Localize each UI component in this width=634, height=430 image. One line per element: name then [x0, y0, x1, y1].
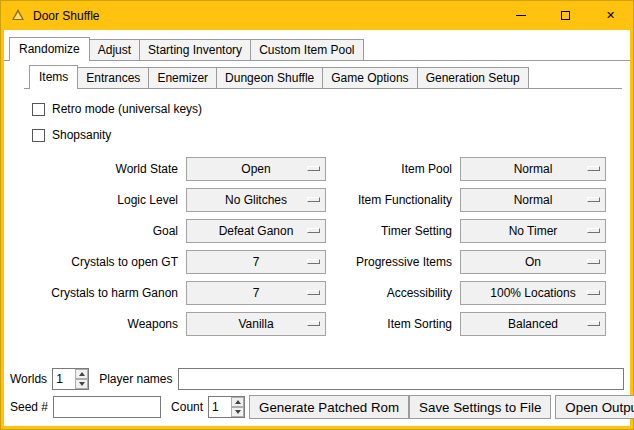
progressive-items-label: Progressive Items: [332, 255, 454, 269]
dropdown-indicator-icon: [307, 259, 320, 264]
seed-label: Seed #: [10, 400, 48, 414]
count-input[interactable]: [209, 397, 231, 417]
maximize-button[interactable]: [543, 1, 588, 30]
crystals-ganon-label: Crystals to harm Ganon: [32, 286, 180, 300]
worlds-spin-up-button[interactable]: [75, 369, 88, 379]
settings-grid: World State Open Item Pool Normal Logic …: [32, 157, 622, 336]
save-settings-button[interactable]: Save Settings to File: [409, 395, 551, 419]
crystals-ganon-value: 7: [253, 286, 260, 300]
minimize-icon: [516, 15, 526, 16]
item-functionality-value: Normal: [514, 193, 553, 207]
worlds-label: Worlds: [10, 372, 47, 386]
dropdown-indicator-icon: [587, 290, 600, 295]
maximize-icon: [561, 11, 570, 20]
minimize-button[interactable]: [498, 1, 543, 30]
seed-input[interactable]: [53, 396, 161, 418]
count-spin-down-button[interactable]: [231, 407, 244, 417]
inner-tab-bar: Items Entrances Enemizer Dungeon Shuffle…: [24, 65, 622, 89]
dropdown-indicator-icon: [587, 259, 600, 264]
tab-custom-item-pool[interactable]: Custom Item Pool: [250, 39, 363, 60]
window-controls: ✕: [498, 1, 633, 30]
world-state-label: World State: [32, 162, 180, 176]
logic-level-label: Logic Level: [32, 193, 180, 207]
goal-label: Goal: [32, 224, 180, 238]
weapons-dropdown[interactable]: Vanilla: [186, 312, 326, 336]
count-label: Count: [171, 400, 203, 414]
accessibility-dropdown[interactable]: 100% Locations: [460, 281, 606, 305]
tab-items[interactable]: Items: [29, 65, 78, 89]
tab-dungeon-shuffle[interactable]: Dungeon Shuffle: [216, 67, 323, 88]
timer-setting-dropdown[interactable]: No Timer: [460, 219, 606, 243]
dropdown-indicator-icon: [307, 197, 320, 202]
window-content: Randomize Adjust Starting Inventory Cust…: [4, 30, 630, 426]
tab-entrances[interactable]: Entrances: [77, 67, 149, 88]
bottom-bar: Worlds Player names Seed # Count: [10, 367, 624, 419]
items-tab-pane: Retro mode (universal keys) Shopsanity W…: [24, 89, 622, 336]
logic-level-dropdown[interactable]: No Glitches: [186, 188, 326, 212]
crystals-ganon-dropdown[interactable]: 7: [186, 281, 326, 305]
timer-setting-label: Timer Setting: [332, 224, 454, 238]
spin-down-icon: [235, 410, 241, 414]
shopsanity-checkbox[interactable]: [32, 129, 45, 142]
item-functionality-label: Item Functionality: [332, 193, 454, 207]
item-sorting-dropdown[interactable]: Balanced: [460, 312, 606, 336]
dropdown-indicator-icon: [587, 197, 600, 202]
seed-row: Seed # Count Generate Patched Rom Save S…: [10, 395, 624, 419]
retro-mode-row: Retro mode (universal keys): [32, 101, 622, 117]
tab-enemizer[interactable]: Enemizer: [148, 67, 217, 88]
worlds-spinner: [52, 368, 89, 390]
dropdown-indicator-icon: [587, 228, 600, 233]
tab-game-options[interactable]: Game Options: [322, 67, 417, 88]
logic-level-value: No Glitches: [225, 193, 287, 207]
worlds-row: Worlds Player names: [10, 367, 624, 391]
shopsanity-row: Shopsanity: [32, 127, 622, 143]
item-pool-dropdown[interactable]: Normal: [460, 157, 606, 181]
world-state-dropdown[interactable]: Open: [186, 157, 326, 181]
randomize-notebook: Items Entrances Enemizer Dungeon Shuffle…: [24, 65, 622, 336]
spin-down-icon: [79, 382, 85, 386]
count-spinner: [208, 396, 245, 418]
goal-value: Defeat Ganon: [219, 224, 294, 238]
crystals-gt-label: Crystals to open GT: [32, 255, 180, 269]
accessibility-value: 100% Locations: [490, 286, 575, 300]
tab-adjust[interactable]: Adjust: [89, 39, 140, 60]
progressive-items-dropdown[interactable]: On: [460, 250, 606, 274]
tab-starting-inventory[interactable]: Starting Inventory: [139, 39, 251, 60]
retro-mode-checkbox[interactable]: [32, 103, 45, 116]
crystals-gt-value: 7: [253, 255, 260, 269]
player-names-input[interactable]: [178, 368, 625, 390]
tab-generation-setup[interactable]: Generation Setup: [417, 67, 529, 88]
close-icon: ✕: [606, 10, 615, 21]
close-button[interactable]: ✕: [588, 1, 633, 30]
timer-setting-value: No Timer: [509, 224, 558, 238]
tab-randomize[interactable]: Randomize: [9, 37, 90, 61]
item-sorting-value: Balanced: [508, 317, 558, 331]
player-names-label: Player names: [99, 372, 172, 386]
shopsanity-label: Shopsanity: [52, 128, 111, 142]
app-icon: [10, 8, 25, 23]
accessibility-label: Accessibility: [332, 286, 454, 300]
weapons-value: Vanilla: [238, 317, 273, 331]
count-spin-arrows: [231, 397, 244, 417]
spin-up-icon: [79, 372, 85, 376]
item-functionality-dropdown[interactable]: Normal: [460, 188, 606, 212]
dropdown-indicator-icon: [307, 228, 320, 233]
window-title: Door Shuffle: [33, 9, 100, 23]
progressive-items-value: On: [525, 255, 541, 269]
worlds-spin-down-button[interactable]: [75, 379, 88, 389]
dropdown-indicator-icon: [587, 321, 600, 326]
dropdown-indicator-icon: [307, 290, 320, 295]
generate-patched-rom-button[interactable]: Generate Patched Rom: [249, 395, 409, 419]
count-spin-up-button[interactable]: [231, 397, 244, 407]
window: Door Shuffle ✕ Randomize Adjust Starting…: [0, 0, 634, 430]
crystals-gt-dropdown[interactable]: 7: [186, 250, 326, 274]
dropdown-indicator-icon: [307, 321, 320, 326]
open-output-directory-button[interactable]: Open Output Directory: [555, 395, 634, 419]
dropdown-indicator-icon: [587, 166, 600, 171]
worlds-input[interactable]: [53, 369, 75, 389]
worlds-spin-arrows: [75, 369, 88, 389]
retro-mode-label: Retro mode (universal keys): [52, 102, 202, 116]
goal-dropdown[interactable]: Defeat Ganon: [186, 219, 326, 243]
world-state-value: Open: [241, 162, 270, 176]
dropdown-indicator-icon: [307, 166, 320, 171]
